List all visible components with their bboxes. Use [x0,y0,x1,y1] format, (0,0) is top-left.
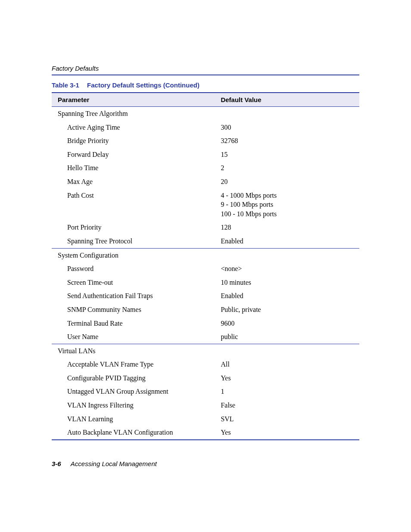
param-cell: Active Aging Time [52,121,215,134]
param-cell: Port Priority [52,221,215,234]
param-cell: Forward Delay [52,148,215,162]
table-row: Password<none> [52,262,359,276]
value-cell: 300 [215,121,359,134]
page: Factory Defaults Table 3-1 Factory Defau… [0,0,411,532]
param-cell: Configurable PVID Tagging [52,371,215,385]
param-cell: Hello Time [52,161,215,175]
param-cell: Acceptable VLAN Frame Type [52,358,215,371]
value-cell: Yes [215,371,359,385]
param-cell: Screen Time-out [52,276,215,289]
section-row: Virtual LANs [52,344,359,358]
table-row: Send Authentication Fail TrapsEnabled [52,289,359,303]
param-cell: Max Age [52,175,215,189]
table-row: SNMP Community NamesPublic, private [52,303,359,317]
table-header-row: Parameter Default Value [52,93,359,107]
value-cell: public [215,330,359,344]
table-row: Forward Delay15 [52,148,359,162]
value-cell: All [215,358,359,371]
param-cell: Path Cost [52,189,215,221]
param-cell: VLAN Ingress Filtering [52,398,215,412]
table-number: Table 3-1 [52,81,79,89]
value-cell: <none> [215,262,359,276]
table-row: Spanning Tree ProtocolEnabled [52,234,359,248]
table-row: VLAN Ingress FilteringFalse [52,398,359,412]
value-cell: 2 [215,161,359,175]
table-row: Acceptable VLAN Frame TypeAll [52,358,359,371]
value-cell: 4 - 1000 Mbps ports 9 - 100 Mbps ports 1… [215,189,359,221]
col-default-value: Default Value [215,93,359,107]
chapter-title: Accessing Local Management [71,460,157,467]
param-cell: Auto Backplane VLAN Configuration [52,426,215,440]
section-row: System Configuration [52,248,359,262]
table-row: Path Cost4 - 1000 Mbps ports 9 - 100 Mbp… [52,189,359,221]
table-row: Configurable PVID TaggingYes [52,371,359,385]
section-name: Virtual LANs [52,344,359,358]
table-caption-text: Factory Default Settings (Continued) [87,81,199,89]
table-row: Terminal Baud Rate9600 [52,317,359,330]
value-cell: 32768 [215,134,359,148]
table-row: Max Age20 [52,175,359,189]
table-row: Auto Backplane VLAN ConfigurationYes [52,426,359,440]
param-cell: Terminal Baud Rate [52,317,215,330]
value-cell: Yes [215,426,359,440]
value-cell: 20 [215,175,359,189]
value-cell: 1 [215,385,359,398]
value-cell: 10 minutes [215,276,359,289]
param-cell: User Name [52,330,215,344]
col-parameter: Parameter [52,93,215,107]
page-number: 3-6 [52,460,61,467]
param-cell: Send Authentication Fail Traps [52,289,215,303]
value-cell: SVL [215,412,359,426]
param-cell: Untagged VLAN Group Assignment [52,385,215,398]
table-row: Untagged VLAN Group Assignment1 [52,385,359,398]
value-cell: Enabled [215,289,359,303]
value-cell: 9600 [215,317,359,330]
page-footer: 3-6 Accessing Local Management [52,460,157,467]
param-cell: SNMP Community Names [52,303,215,317]
table-row: Port Priority128 [52,221,359,234]
factory-defaults-table: Parameter Default Value Spanning Tree Al… [52,92,359,445]
header-rule [52,75,359,75]
table-row: User Namepublic [52,330,359,344]
param-cell: Spanning Tree Protocol [52,234,215,248]
param-cell: VLAN Learning [52,412,215,426]
section-row: Spanning Tree Algorithm [52,107,359,121]
value-cell: Enabled [215,234,359,248]
param-cell: Password [52,262,215,276]
table-caption: Table 3-1 Factory Default Settings (Cont… [52,81,359,89]
table-row: Bridge Priority32768 [52,134,359,148]
section-name: System Configuration [52,248,359,262]
value-cell: 15 [215,148,359,162]
table-row: Screen Time-out10 minutes [52,276,359,289]
table-row: Active Aging Time300 [52,121,359,134]
table-bottom-rule [52,440,359,445]
param-cell: Bridge Priority [52,134,215,148]
value-cell: False [215,398,359,412]
value-cell: Public, private [215,303,359,317]
table-row: Hello Time2 [52,161,359,175]
value-cell: 128 [215,221,359,234]
section-name: Spanning Tree Algorithm [52,107,359,121]
table-row: VLAN LearningSVL [52,412,359,426]
running-header: Factory Defaults [52,65,359,72]
